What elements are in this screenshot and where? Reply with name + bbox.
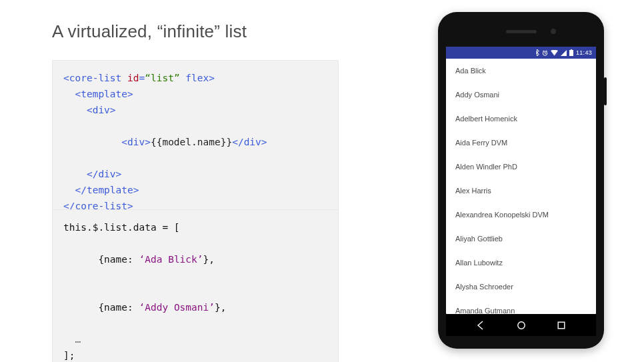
svg-rect-2 — [571, 49, 572, 50]
code-line: </template> — [63, 182, 327, 198]
phone-camera — [551, 29, 556, 34]
list-item-label: Addy Osmani — [455, 91, 499, 99]
status-bar: 11:43 — [446, 47, 596, 59]
android-navbar — [446, 314, 596, 336]
code-line: {name: ‘Ada Blick’}, — [63, 235, 327, 283]
list-item-label: Alexandrea Konopelski DVM — [455, 211, 549, 219]
code-line: <div>{{model.name}}</div> — [63, 118, 327, 166]
list-item-label: Alden Windler PhD — [455, 163, 517, 171]
wifi-icon — [551, 50, 558, 56]
alarm-icon — [542, 50, 548, 56]
code-token: “list” — [145, 73, 179, 83]
code-token: {{model.name}} — [151, 137, 232, 147]
code-token: {name: — [87, 254, 139, 265]
list-item[interactable]: Alex Harris — [446, 179, 596, 203]
code-line: </div> — [63, 166, 327, 182]
code-token: ‘Ada Blick’ — [139, 254, 203, 265]
list-item-label: Amanda Gutmann — [455, 307, 515, 315]
code-token: ‘Addy Osmani’ — [139, 302, 215, 313]
recent-apps-button[interactable] — [556, 320, 567, 331]
code-block-html: <core-list id=“list” flex> <template> <d… — [52, 60, 339, 224]
contacts-list[interactable]: Ada Blick Addy Osmani Adelbert Homenick … — [446, 59, 596, 314]
list-item[interactable]: Alexandrea Konopelski DVM — [446, 203, 596, 227]
code-token: {name: — [87, 302, 139, 313]
code-line: {name: ‘Addy Osmani’}, — [63, 283, 327, 331]
code-token: <core-list — [63, 73, 127, 83]
list-item-label: Alysha Schroeder — [455, 283, 513, 291]
list-item[interactable]: Alden Windler PhD — [446, 155, 596, 179]
list-item[interactable]: Ada Blick — [446, 59, 596, 83]
code-token: </div> — [232, 137, 267, 147]
list-item-label: Allan Lubowitz — [455, 259, 503, 267]
phone-frame: 11:43 Ada Blick Addy Osmani Adelbert Hom… — [438, 12, 604, 349]
list-item[interactable]: Adelbert Homenick — [446, 107, 596, 131]
code-line: <div> — [63, 102, 327, 118]
code-line: … — [63, 331, 327, 347]
list-item-label: Alex Harris — [455, 187, 491, 195]
list-item[interactable]: Aliyah Gottlieb — [446, 227, 596, 251]
code-token: flex> — [180, 73, 215, 83]
bluetooth-icon — [535, 49, 539, 56]
list-item-label: Aida Ferry DVM — [455, 139, 507, 147]
code-token: <div> — [87, 137, 151, 147]
list-item-label: Ada Blick — [455, 67, 486, 75]
code-token: }, — [215, 302, 226, 313]
code-line: <core-list id=“list” flex> — [63, 70, 327, 86]
svg-rect-4 — [558, 322, 565, 329]
code-line: <template> — [63, 86, 327, 102]
slide-title: A virtualized, “infinite” list — [52, 21, 247, 42]
list-item[interactable]: Amanda Gutmann — [446, 299, 596, 314]
code-token: id — [127, 73, 139, 83]
code-token: }, — [203, 254, 215, 265]
svg-point-3 — [517, 321, 524, 328]
list-item-label: Adelbert Homenick — [455, 115, 517, 123]
status-time: 11:43 — [576, 49, 592, 56]
code-line: ]; — [63, 347, 327, 362]
svg-rect-1 — [569, 50, 573, 56]
code-line: this.$.list.data = [ — [63, 219, 327, 235]
phone-earpiece — [506, 30, 537, 33]
list-item[interactable]: Alysha Schroeder — [446, 275, 596, 299]
battery-icon — [569, 49, 573, 56]
phone-screen: 11:43 Ada Blick Addy Osmani Adelbert Hom… — [446, 47, 596, 314]
code-block-js: this.$.list.data = [ {name: ‘Ada Blick’}… — [52, 209, 339, 362]
list-item-label: Aliyah Gottlieb — [455, 235, 503, 243]
list-item[interactable]: Allan Lubowitz — [446, 251, 596, 275]
code-token: = — [139, 73, 145, 83]
signal-icon — [561, 50, 567, 56]
home-button[interactable] — [516, 320, 527, 331]
back-button[interactable] — [475, 320, 486, 331]
list-item[interactable]: Aida Ferry DVM — [446, 131, 596, 155]
list-item[interactable]: Addy Osmani — [446, 83, 596, 107]
